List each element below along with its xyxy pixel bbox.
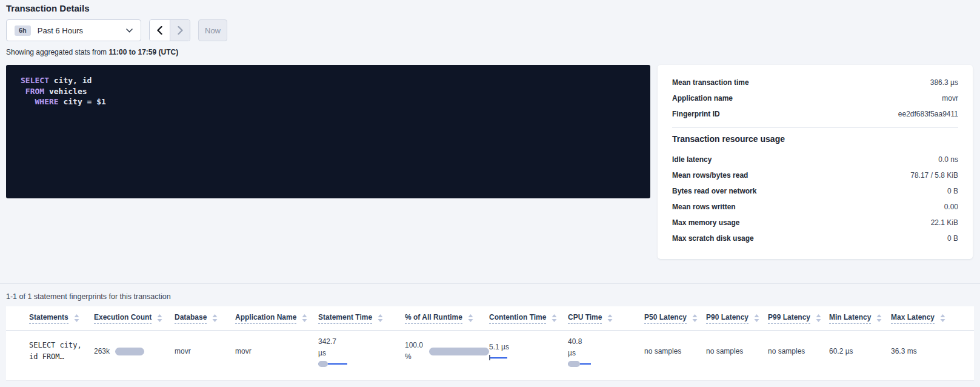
cell-p99-latency: no samples bbox=[768, 347, 829, 355]
sort-icon[interactable] bbox=[74, 314, 79, 322]
summary-row-max-scratch-disk-usage: Max scratch disk usage 0 B bbox=[672, 231, 958, 246]
time-range-label: Past 6 Hours bbox=[38, 26, 119, 35]
column-header-statement-time[interactable]: Statement Time bbox=[318, 313, 405, 324]
column-header-statements[interactable]: Statements bbox=[29, 313, 94, 324]
bytes-read-over-network-value: 0 B bbox=[947, 187, 958, 195]
time-controls: 6h Past 6 Hours Now bbox=[6, 19, 227, 41]
cpu-time-bar bbox=[568, 361, 592, 367]
column-header-runtime-percent[interactable]: % of All Runtime bbox=[405, 313, 489, 324]
sort-icon[interactable] bbox=[212, 314, 218, 322]
summary-divider bbox=[672, 127, 958, 128]
mean-rows-bytes-read-value: 78.17 / 5.8 KiB bbox=[910, 171, 958, 180]
chevron-right-icon bbox=[178, 26, 183, 35]
previous-interval-button[interactable] bbox=[150, 20, 170, 41]
idle-latency-value: 0.0 ns bbox=[938, 155, 958, 164]
sort-icon[interactable] bbox=[552, 314, 557, 322]
statement-fingerprint-link[interactable]: SELECT city,id FROM… bbox=[29, 340, 94, 363]
time-step-buttons bbox=[149, 19, 190, 41]
sql-fingerprint-box: SELECT city, id FROM vehicles WHERE city… bbox=[6, 65, 650, 198]
sort-icon[interactable] bbox=[754, 314, 759, 322]
sql-line: SELECT city, id bbox=[21, 75, 636, 86]
transaction-summary-card: Mean transaction time 386.3 µs Applicati… bbox=[658, 65, 973, 259]
summary-row-mean-transaction-time: Mean transaction time 386.3 µs bbox=[672, 75, 958, 90]
column-header-execution-count[interactable]: Execution Count bbox=[94, 313, 175, 324]
summary-row-max-memory-usage: Max memory usage 22.1 KiB bbox=[672, 215, 958, 231]
column-header-p50-latency[interactable]: P50 Latency bbox=[644, 313, 706, 324]
mean-rows-written-value: 0.00 bbox=[944, 203, 958, 211]
fingerprint-id-value: ee2df683f5aa9411 bbox=[898, 110, 958, 118]
cell-statement-time: 342.7 µs bbox=[318, 336, 405, 367]
page-title: Transaction Details bbox=[6, 3, 90, 13]
max-scratch-disk-usage-value: 0 B bbox=[947, 234, 958, 243]
sql-line: WHERE city = $1 bbox=[21, 96, 636, 107]
column-header-application-name[interactable]: Application Name bbox=[235, 313, 318, 324]
column-header-max-latency[interactable]: Max Latency bbox=[891, 313, 974, 324]
aggregation-range-text: Showing aggregated stats from 11:00 to 1… bbox=[6, 48, 178, 56]
summary-row-mean-rows-written: Mean rows written 0.00 bbox=[672, 199, 958, 215]
cell-min-latency: 60.2 µs bbox=[829, 347, 891, 355]
statements-count-caption: 1-1 of 1 statement fingerprints for this… bbox=[6, 292, 171, 301]
statements-table: Statements Execution Count Database Appl… bbox=[6, 306, 974, 381]
sql-line: FROM vehicles bbox=[21, 86, 636, 97]
sort-icon[interactable] bbox=[816, 314, 821, 322]
statement-row: SELECT city,id FROM… 263k movr movr 342.… bbox=[6, 331, 974, 372]
sql-keyword: FROM bbox=[25, 87, 44, 96]
execution-count-bar bbox=[115, 348, 144, 355]
time-range-dropdown[interactable]: 6h Past 6 Hours bbox=[6, 19, 141, 41]
summary-row-mean-rows-bytes-read: Mean rows/bytes read 78.17 / 5.8 KiB bbox=[672, 167, 958, 183]
resource-usage-title: Transaction resource usage bbox=[672, 134, 958, 144]
column-header-p90-latency[interactable]: P90 Latency bbox=[706, 313, 768, 324]
max-memory-usage-value: 22.1 KiB bbox=[931, 218, 958, 227]
column-header-cpu-time[interactable]: CPU Time bbox=[568, 313, 644, 324]
sort-icon[interactable] bbox=[378, 314, 383, 322]
cell-execution-count: 263k bbox=[94, 347, 175, 355]
chevron-down-icon bbox=[126, 29, 133, 33]
cell-contention-time: 5.1 µs bbox=[489, 342, 568, 361]
sql-keyword: WHERE bbox=[35, 97, 58, 106]
contention-time-bar bbox=[489, 355, 508, 361]
cell-cpu-time: 40.8 µs bbox=[568, 336, 644, 367]
aggregation-range-value: 11:00 to 17:59 (UTC) bbox=[108, 48, 178, 56]
section-divider bbox=[0, 283, 980, 284]
column-header-min-latency[interactable]: Min Latency bbox=[829, 313, 891, 324]
runtime-percent-bar bbox=[429, 348, 489, 355]
summary-row-bytes-read-over-network: Bytes read over network 0 B bbox=[672, 183, 958, 199]
statements-table-header: Statements Execution Count Database Appl… bbox=[6, 306, 974, 331]
column-header-contention-time[interactable]: Contention Time bbox=[489, 313, 568, 324]
time-range-badge: 6h bbox=[15, 25, 31, 36]
cell-database: movr bbox=[175, 347, 235, 355]
sort-icon[interactable] bbox=[940, 314, 945, 322]
sort-icon[interactable] bbox=[302, 314, 307, 322]
summary-row-fingerprint-id: Fingerprint ID ee2df683f5aa9411 bbox=[672, 106, 958, 122]
mean-transaction-time-value: 386.3 µs bbox=[930, 78, 958, 87]
sort-icon[interactable] bbox=[876, 314, 882, 322]
cell-p50-latency: no samples bbox=[644, 347, 706, 355]
column-header-database[interactable]: Database bbox=[175, 313, 235, 324]
cell-runtime-percent: 100.0% bbox=[405, 340, 489, 363]
column-header-p99-latency[interactable]: P99 Latency bbox=[768, 313, 829, 324]
now-button[interactable]: Now bbox=[198, 19, 227, 41]
sort-icon[interactable] bbox=[468, 314, 473, 322]
transaction-details-page: Transaction Details 6h Past 6 Hours Now … bbox=[0, 0, 980, 387]
statement-time-bar bbox=[318, 361, 348, 367]
chevron-left-icon bbox=[157, 26, 162, 35]
cell-max-latency: 36.3 ms bbox=[891, 347, 974, 355]
cell-p90-latency: no samples bbox=[706, 347, 768, 355]
summary-row-application-name: Application name movr bbox=[672, 90, 958, 106]
sql-keyword: SELECT bbox=[21, 76, 49, 85]
application-name-value: movr bbox=[942, 94, 958, 103]
summary-row-idle-latency: Idle latency 0.0 ns bbox=[672, 152, 958, 167]
sort-icon[interactable] bbox=[692, 314, 698, 322]
sort-icon[interactable] bbox=[607, 314, 613, 322]
sort-icon[interactable] bbox=[157, 314, 162, 322]
next-interval-button[interactable] bbox=[170, 20, 190, 41]
cell-application-name: movr bbox=[235, 347, 318, 355]
